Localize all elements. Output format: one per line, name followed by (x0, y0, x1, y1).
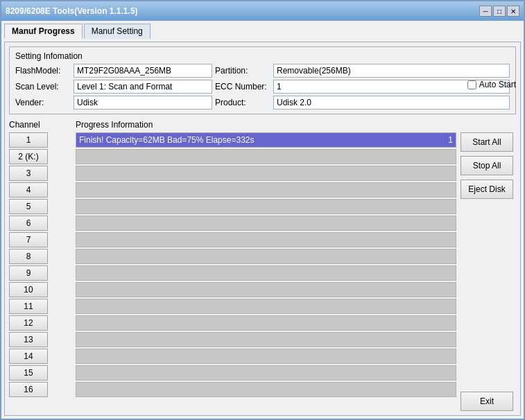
channel-btn-2[interactable]: 2 (K:) (9, 149, 48, 164)
tab-manuf-setting[interactable]: Manuf Setting (84, 24, 150, 39)
setting-section: Setting Infomation FlashModel: MT29F2G08… (9, 46, 516, 114)
channel-panel: Channel 12 (K:)345678910111213141516 (9, 120, 71, 411)
tab-manuf-progress[interactable]: Manuf Progress (4, 24, 83, 39)
vender-value: Udisk (74, 96, 212, 110)
progress-row-14 (76, 349, 456, 364)
progress-row-2 (76, 149, 456, 164)
flash-model-value: MT29F2G08AAA_256MB (74, 64, 212, 78)
channel-btn-4[interactable]: 4 (9, 182, 48, 198)
progress-row-text-1: Finish! Capacity=62MB Bad=75% Elapse=332… (79, 135, 432, 145)
channel-btn-9[interactable]: 9 (9, 265, 48, 281)
close-button[interactable]: ✕ (507, 6, 519, 17)
progress-row-16 (76, 382, 456, 397)
channel-btn-6[interactable]: 6 (9, 216, 48, 231)
channel-btn-5[interactable]: 5 (9, 199, 48, 214)
content-area: Manuf Progress Manuf Setting Setting Inf… (1, 21, 524, 419)
channel-btn-3[interactable]: 3 (9, 166, 48, 181)
setting-title: Setting Infomation (15, 51, 510, 61)
main-panel: Setting Infomation FlashModel: MT29F2G08… (4, 42, 521, 416)
product-label: Product: (215, 98, 270, 107)
progress-row-15 (76, 365, 456, 380)
progress-row-num-1: 1 (432, 135, 453, 145)
product-value: Udisk 2.0 (273, 96, 510, 110)
channel-buttons: 12 (K:)345678910111213141516 (9, 132, 71, 397)
progress-row-1: Finish! Capacity=62MB Bad=75% Elapse=332… (76, 132, 456, 148)
title-bar: 8209/6208E Tools(Version 1.1.1.5) ─ □ ✕ (1, 1, 524, 21)
window-title: 8209/6208E Tools(Version 1.1.1.5) (6, 6, 138, 16)
stop-all-button[interactable]: Stop All (461, 156, 513, 175)
minimize-button[interactable]: ─ (479, 6, 492, 17)
partition-value: Removable(256MB) (273, 64, 510, 78)
progress-row-5 (76, 199, 456, 214)
flash-model-label: FlashModel: (15, 66, 71, 76)
channel-btn-1[interactable]: 1 (9, 132, 48, 148)
eject-disk-button[interactable]: Eject Disk (461, 180, 513, 199)
progress-title: Progress Information (76, 120, 456, 130)
partition-label: Partition: (215, 66, 270, 76)
start-all-button[interactable]: Start All (461, 132, 513, 152)
progress-row-7 (76, 232, 456, 247)
exit-button[interactable]: Exit (461, 392, 513, 411)
window-controls: ─ □ ✕ (479, 6, 519, 17)
progress-row-10 (76, 282, 456, 297)
bottom-area: Channel 12 (K:)345678910111213141516 Pro… (9, 120, 516, 411)
progress-row-4 (76, 182, 456, 198)
progress-row-11 (76, 299, 456, 314)
channel-btn-14[interactable]: 14 (9, 349, 48, 364)
channel-btn-12[interactable]: 12 (9, 315, 48, 331)
channel-btn-13[interactable]: 13 (9, 332, 48, 347)
channel-btn-8[interactable]: 8 (9, 249, 48, 264)
main-window: 8209/6208E Tools(Version 1.1.1.5) ─ □ ✕ … (0, 0, 525, 420)
progress-row-9 (76, 265, 456, 281)
right-buttons: Start All Stop All Eject Disk Exit (461, 120, 516, 411)
channel-btn-10[interactable]: 10 (9, 282, 48, 297)
auto-start-label: Auto Start (479, 80, 516, 89)
progress-area: Progress Information Finish! Capacity=62… (76, 120, 456, 411)
channel-title: Channel (9, 120, 71, 130)
maximize-button[interactable]: □ (493, 6, 506, 17)
progress-row-8 (76, 249, 456, 264)
scan-level-label: Scan Level: (15, 82, 71, 91)
vender-label: Vender: (15, 98, 71, 107)
ecc-number-label: ECC Number: (215, 82, 270, 91)
progress-rows: Finish! Capacity=62MB Bad=75% Elapse=332… (76, 132, 456, 411)
tab-bar: Manuf Progress Manuf Setting (4, 24, 521, 39)
progress-row-6 (76, 216, 456, 231)
progress-row-12 (76, 315, 456, 331)
channel-btn-7[interactable]: 7 (9, 232, 48, 247)
setting-grid: FlashModel: MT29F2G08AAA_256MB Partition… (15, 64, 510, 110)
scan-level-value: Level 1: Scan and Format (74, 80, 212, 94)
progress-row-13 (76, 332, 456, 347)
channel-btn-15[interactable]: 15 (9, 365, 48, 380)
channel-btn-16[interactable]: 16 (9, 382, 48, 397)
progress-row-3 (76, 166, 456, 181)
channel-btn-11[interactable]: 11 (9, 299, 48, 314)
auto-start-checkbox[interactable] (467, 80, 476, 89)
auto-start-area: Auto Start (467, 80, 516, 89)
